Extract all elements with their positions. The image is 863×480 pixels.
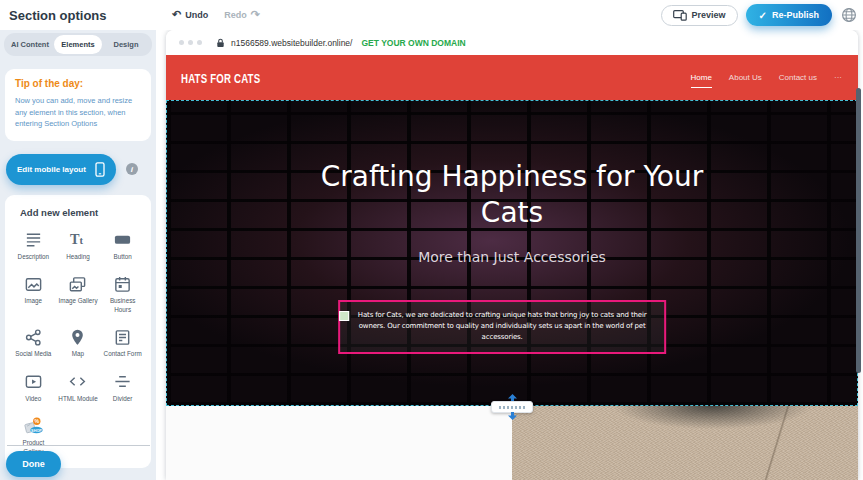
tip-heading: Tip of the day: bbox=[15, 78, 141, 89]
tab-ai-content[interactable]: AI Content bbox=[6, 35, 54, 54]
redo-icon: ↷ bbox=[251, 9, 260, 20]
hero-subheading[interactable]: More than Just Accessories bbox=[167, 249, 857, 265]
language-globe-button[interactable] bbox=[840, 6, 858, 24]
next-section-content bbox=[166, 406, 512, 480]
image-icon bbox=[24, 274, 43, 294]
drag-dots bbox=[499, 406, 525, 409]
add-element-heading: Add new element bbox=[20, 207, 145, 218]
get-domain-link[interactable]: GET YOUR OWN DOMAIN bbox=[361, 38, 465, 48]
hero-heading[interactable]: Crafting Happiness for Your Cats bbox=[302, 101, 722, 230]
window-dot bbox=[197, 40, 202, 45]
undo-label: Undo bbox=[185, 10, 208, 20]
element-item-label: Image Gallery bbox=[58, 297, 97, 306]
undo-button[interactable]: ↶ Undo bbox=[172, 9, 208, 20]
element-item-description[interactable]: Description bbox=[11, 230, 56, 262]
republish-button[interactable]: ✓ Re-Publish bbox=[746, 4, 832, 26]
section-resize-handle[interactable] bbox=[491, 395, 533, 419]
nav-item-contact-us[interactable]: Contact us bbox=[779, 68, 817, 87]
add-element-panel: Add new element DescriptionTtHeadingButt… bbox=[5, 195, 151, 469]
site-nav: Home About Us Contact us ··· bbox=[691, 55, 843, 100]
button-icon bbox=[113, 230, 132, 250]
window-dot bbox=[188, 40, 193, 45]
element-grid: DescriptionTtHeadingButtonImageImage Gal… bbox=[11, 230, 145, 457]
phone-icon bbox=[95, 162, 105, 177]
hero-text-box-selected[interactable]: Hats for Cats, we are dedicated to craft… bbox=[338, 300, 666, 354]
nav-more-menu[interactable]: ··· bbox=[834, 68, 842, 87]
window-controls bbox=[179, 40, 202, 45]
edit-mobile-row: Edit mobile layout i bbox=[6, 154, 150, 185]
image-gallery-icon bbox=[68, 274, 87, 294]
redo-label: Redo bbox=[224, 10, 247, 20]
video-icon bbox=[24, 372, 43, 392]
nav-item-home[interactable]: Home bbox=[691, 68, 712, 88]
element-item-heading[interactable]: TtHeading bbox=[56, 230, 101, 262]
globe-icon bbox=[841, 7, 857, 23]
svg-text:t: t bbox=[80, 236, 84, 247]
element-item-label: Divider bbox=[113, 395, 133, 404]
element-resize-handle[interactable] bbox=[339, 311, 349, 321]
element-item-label: Heading bbox=[66, 253, 89, 262]
site-logo[interactable]: HATS FOR CATS bbox=[181, 70, 260, 85]
element-item-social-media[interactable]: Social Media bbox=[11, 327, 56, 359]
heading-icon: Tt bbox=[68, 230, 87, 250]
tab-design[interactable]: Design bbox=[102, 35, 150, 54]
social-media-icon bbox=[24, 327, 43, 347]
description-icon bbox=[24, 230, 43, 250]
map-icon bbox=[68, 327, 87, 347]
lock-icon bbox=[216, 38, 225, 48]
site-url[interactable]: n1566589.websitebuilder.online/ bbox=[231, 38, 352, 48]
republish-label: Re-Publish bbox=[772, 10, 819, 20]
site-preview-area: n1566589.websitebuilder.online/ GET YOUR… bbox=[156, 30, 863, 480]
sidebar-tabs: AI Content Elements Design bbox=[4, 33, 152, 56]
element-item-label: Business Hours bbox=[102, 297, 144, 314]
element-item-image-gallery[interactable]: Image Gallery bbox=[56, 274, 101, 314]
element-item-contact-form[interactable]: Contact Form bbox=[100, 327, 145, 359]
preview-button[interactable]: Preview bbox=[661, 5, 738, 26]
element-item-label: Image bbox=[25, 297, 43, 306]
svg-text:T: T bbox=[70, 232, 80, 248]
element-item-label: HTML Module bbox=[58, 395, 97, 404]
devices-icon bbox=[673, 10, 687, 21]
page-title: Section options bbox=[9, 8, 107, 23]
preview-scrollbar[interactable] bbox=[856, 88, 861, 373]
edit-mobile-layout-button[interactable]: Edit mobile layout bbox=[6, 154, 116, 185]
business-hours-icon bbox=[113, 274, 132, 294]
element-item-label: Contact Form bbox=[104, 350, 142, 359]
info-button[interactable]: i bbox=[126, 163, 138, 175]
element-item-button[interactable]: Button bbox=[100, 230, 145, 262]
tip-card: Tip of the day: Now you can add, move an… bbox=[5, 69, 151, 141]
next-section-photo bbox=[512, 406, 858, 480]
done-button[interactable]: Done bbox=[6, 451, 61, 477]
sidebar-divider bbox=[7, 445, 150, 446]
hero-body-text[interactable]: Hats for Cats, we are dedicated to craft… bbox=[348, 310, 656, 344]
svg-text:%: % bbox=[34, 418, 39, 424]
tab-elements[interactable]: Elements bbox=[54, 35, 102, 54]
tip-body: Now you can add, move and resize any ele… bbox=[15, 95, 141, 130]
undo-redo-group: ↶ Undo Redo ↷ bbox=[172, 9, 260, 20]
svg-text:SHOP: SHOP bbox=[31, 428, 42, 432]
element-item-html-module[interactable]: HTML Module bbox=[56, 372, 101, 404]
element-item-label: Description bbox=[18, 253, 50, 262]
element-item-label: Video bbox=[25, 395, 41, 404]
product-gallery-icon: %SHOP bbox=[23, 416, 44, 436]
browser-window: n1566589.websitebuilder.online/ GET YOUR… bbox=[166, 30, 858, 480]
contact-form-icon bbox=[113, 327, 132, 347]
toolbar-actions: Preview ✓ Re-Publish bbox=[661, 4, 858, 26]
html-module-icon bbox=[68, 372, 87, 392]
sidebar: AI Content Elements Design Tip of the da… bbox=[0, 30, 156, 480]
element-item-business-hours[interactable]: Business Hours bbox=[100, 274, 145, 314]
app-toolbar: Section options ↶ Undo Redo ↷ Preview ✓ … bbox=[0, 0, 863, 30]
check-icon: ✓ bbox=[759, 10, 767, 21]
element-item-map[interactable]: Map bbox=[56, 327, 101, 359]
nav-item-about-us[interactable]: About Us bbox=[729, 68, 762, 87]
hero-section-selected[interactable]: Crafting Happiness for Your Cats More th… bbox=[166, 100, 858, 406]
element-item-label: Social Media bbox=[15, 350, 51, 359]
element-item-image[interactable]: Image bbox=[11, 274, 56, 314]
edit-mobile-label: Edit mobile layout bbox=[17, 165, 86, 174]
divider-icon bbox=[113, 372, 132, 392]
element-item-divider[interactable]: Divider bbox=[100, 372, 145, 404]
element-item-video[interactable]: Video bbox=[11, 372, 56, 404]
browser-chrome: n1566589.websitebuilder.online/ GET YOUR… bbox=[166, 30, 858, 55]
redo-button[interactable]: Redo ↷ bbox=[224, 9, 260, 20]
window-dot bbox=[179, 40, 184, 45]
